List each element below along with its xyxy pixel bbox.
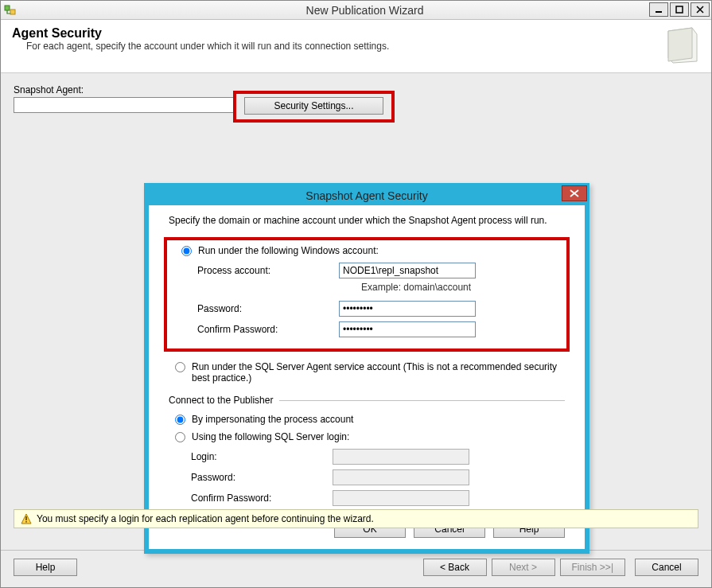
dialog-intro: Specify the domain or machine account un… — [169, 215, 565, 226]
next-button[interactable]: Next > — [492, 559, 555, 576]
page-title: Agent Security — [12, 26, 665, 41]
connect-publisher-group: Connect to the Publisher — [169, 395, 565, 406]
login-field — [333, 449, 469, 465]
snapshot-agent-field[interactable] — [14, 97, 235, 113]
page-subtitle: For each agent, specify the account unde… — [26, 41, 665, 52]
warning-text: You must specify a login for each replic… — [37, 513, 374, 524]
run-windows-account-label: Run under the following Windows account: — [198, 245, 379, 256]
svg-rect-2 — [656, 11, 662, 13]
login-label: Login: — [191, 451, 333, 462]
maximize-button[interactable] — [670, 2, 689, 17]
process-account-field[interactable] — [339, 263, 476, 278]
app-icon — [4, 4, 17, 17]
conn-confirm-field — [333, 490, 469, 506]
connect-publisher-label: Connect to the Publisher — [169, 395, 273, 406]
run-sql-agent-radio[interactable] — [175, 362, 185, 372]
sql-login-label: Using the following SQL Server login: — [192, 431, 349, 442]
snapshot-agent-security-dialog: Snapshot Agent Security Specify the doma… — [144, 183, 589, 554]
process-account-label: Process account: — [197, 265, 339, 276]
dialog-title-text: Snapshot Agent Security — [305, 189, 427, 202]
conn-password-label: Password: — [191, 472, 333, 483]
run-windows-account-radio[interactable] — [181, 246, 192, 256]
cancel-button[interactable]: Cancel — [635, 559, 698, 576]
warning-icon — [21, 513, 32, 524]
confirm-password-field[interactable] — [339, 321, 476, 337]
password-field[interactable] — [339, 301, 476, 317]
svg-rect-8 — [25, 521, 26, 523]
svg-rect-7 — [25, 516, 26, 520]
header-graphic — [665, 26, 700, 64]
impersonate-radio[interactable] — [175, 415, 185, 425]
svg-marker-5 — [668, 28, 692, 61]
sql-login-radio[interactable] — [175, 432, 185, 442]
dialog-title: Snapshot Agent Security — [149, 188, 585, 205]
svg-rect-3 — [676, 6, 683, 13]
window-controls — [649, 2, 710, 17]
svg-rect-1 — [10, 10, 15, 14]
conn-confirm-label: Confirm Password: — [191, 493, 333, 504]
wizard-window: New Publication Wizard Agent Security Fo… — [0, 0, 712, 588]
windows-account-highlight: Run under the following Windows account:… — [164, 237, 570, 352]
warning-strip: You must specify a login for each replic… — [14, 509, 698, 528]
dialog-close-button[interactable] — [562, 185, 587, 201]
titlebar: New Publication Wizard — [1, 1, 711, 20]
header-panel: Agent Security For each agent, specify t… — [1, 20, 711, 73]
window-title: New Publication Wizard — [21, 4, 708, 17]
minimize-button[interactable] — [649, 2, 668, 17]
back-button[interactable]: < Back — [423, 559, 487, 576]
close-button[interactable] — [691, 2, 710, 17]
body-area: Snapshot Agent: Security Settings... Sna… — [1, 73, 711, 550]
confirm-password-label: Confirm Password: — [197, 324, 339, 335]
impersonate-label: By impersonating the process account — [192, 414, 353, 425]
svg-rect-0 — [5, 6, 10, 10]
run-sql-agent-label: Run under the SQL Server Agent service a… — [192, 361, 558, 384]
footer: Help < Back Next > Finish >>| Cancel — [1, 550, 711, 587]
help-button[interactable]: Help — [14, 559, 77, 576]
finish-button[interactable]: Finish >>| — [560, 559, 625, 576]
password-label: Password: — [197, 303, 339, 314]
conn-password-field — [333, 469, 469, 485]
security-settings-button[interactable]: Security Settings... — [244, 97, 383, 115]
security-settings-highlight: Security Settings... — [233, 91, 395, 123]
process-account-example: Example: domain\account — [361, 282, 558, 293]
